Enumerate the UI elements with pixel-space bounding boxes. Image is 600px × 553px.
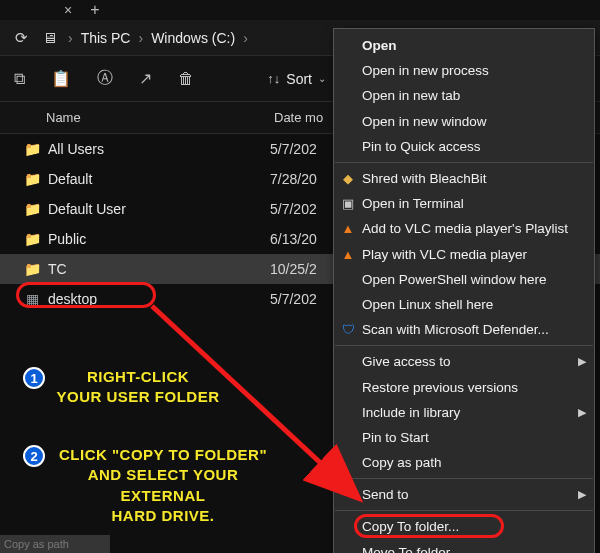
copy-icon[interactable]: ⧉	[14, 70, 25, 88]
menu-item-label: Open	[362, 38, 397, 53]
paste-icon[interactable]: 📋	[51, 69, 71, 88]
file-date: 6/13/20	[270, 231, 317, 247]
menu-item[interactable]: Send to▶	[334, 482, 594, 507]
menu-item[interactable]: 🛡Scan with Microsoft Defender...	[334, 317, 594, 342]
menu-item[interactable]: Restore previous versions	[334, 374, 594, 399]
submenu-arrow-icon: ▶	[578, 355, 586, 368]
sort-label: Sort	[286, 71, 312, 87]
vlc-icon: ▲	[339, 221, 357, 236]
terminal-icon: ▣	[339, 196, 357, 211]
menu-item-label: Copy as path	[362, 455, 442, 470]
sort-arrows-icon: ↑↓	[267, 71, 280, 86]
breadcrumb[interactable]: › This PC › Windows (C:) ›	[68, 30, 248, 46]
menu-item[interactable]: Copy To folder...	[334, 514, 594, 539]
menu-item[interactable]: Copy as path	[334, 450, 594, 475]
file-name: desktop	[48, 291, 270, 307]
bleachbit-icon: ◆	[339, 171, 357, 186]
menu-item[interactable]: Include in library▶	[334, 400, 594, 425]
menu-item-label: Open in new window	[362, 114, 487, 129]
vlc-icon: ▲	[339, 247, 357, 262]
menu-separator	[335, 162, 593, 163]
status-bar-hint: Copy as path	[0, 535, 110, 553]
file-date: 10/25/2	[270, 261, 317, 277]
menu-item-label: Scan with Microsoft Defender...	[362, 322, 549, 337]
context-menu: OpenOpen in new processOpen in new tabOp…	[333, 28, 595, 553]
shield-icon: 🛡	[339, 322, 357, 337]
folder-shortcut-icon: 📁	[22, 201, 42, 217]
menu-item-label: Include in library	[362, 405, 460, 420]
tab-strip: × +	[0, 0, 600, 20]
menu-item[interactable]: Open in new process	[334, 58, 594, 83]
menu-item-label: Send to	[362, 487, 409, 502]
annotation-text-1: Right-clickyour user folder	[48, 367, 228, 408]
menu-item-label: Open in Terminal	[362, 196, 464, 211]
menu-item[interactable]: ◆Shred with BleachBit	[334, 166, 594, 191]
menu-item[interactable]: ▲Add to VLC media player's Playlist	[334, 216, 594, 241]
file-date: 5/7/202	[270, 201, 317, 217]
menu-item[interactable]: Open in new tab	[334, 83, 594, 108]
menu-item[interactable]: Open	[334, 33, 594, 58]
menu-item-label: Open Linux shell here	[362, 297, 493, 312]
chevron-down-icon: ⌄	[318, 73, 326, 84]
menu-item-label: Pin to Quick access	[362, 139, 481, 154]
menu-item[interactable]: Open PowerShell window here	[334, 267, 594, 292]
menu-item-label: Copy To folder...	[362, 519, 459, 534]
sort-button[interactable]: ↑↓ Sort ⌄	[267, 71, 326, 87]
submenu-arrow-icon: ▶	[578, 488, 586, 501]
menu-item-label: Open in new tab	[362, 88, 460, 103]
menu-item-label: Give access to	[362, 354, 451, 369]
file-name: TC	[48, 261, 270, 277]
menu-separator	[335, 345, 593, 346]
file-date: 5/7/202	[270, 141, 317, 157]
menu-item[interactable]: Pin to Start	[334, 425, 594, 450]
menu-item[interactable]: Give access to▶	[334, 349, 594, 374]
column-header-name[interactable]: Name	[0, 110, 270, 125]
menu-separator	[335, 510, 593, 511]
menu-item-label: Move To folder...	[362, 545, 461, 553]
file-date: 7/28/20	[270, 171, 317, 187]
menu-item-label: Play with VLC media player	[362, 247, 527, 262]
file-icon: ▦	[22, 291, 42, 307]
menu-item[interactable]: ▣Open in Terminal	[334, 191, 594, 216]
menu-item[interactable]: Pin to Quick access	[334, 134, 594, 159]
menu-item-label: Open PowerShell window here	[362, 272, 547, 287]
menu-separator	[335, 478, 593, 479]
new-tab-icon[interactable]: +	[90, 1, 99, 19]
menu-item[interactable]: ▲Play with VLC media player	[334, 242, 594, 267]
rename-icon[interactable]: Ⓐ	[97, 68, 113, 89]
menu-item-label: Add to VLC media player's Playlist	[362, 221, 568, 236]
menu-item-label: Open in new process	[362, 63, 489, 78]
submenu-arrow-icon: ▶	[578, 406, 586, 419]
menu-item[interactable]: Open Linux shell here	[334, 292, 594, 317]
menu-item[interactable]: Move To folder...	[334, 540, 594, 553]
delete-icon[interactable]: 🗑	[178, 70, 194, 88]
share-icon[interactable]: ↗	[139, 69, 152, 88]
menu-item-label: Pin to Start	[362, 430, 429, 445]
folder-icon: 📁	[22, 261, 42, 277]
menu-item-label: Restore previous versions	[362, 380, 518, 395]
file-name: Default	[48, 171, 270, 187]
breadcrumb-this-pc[interactable]: This PC	[81, 30, 131, 46]
file-date: 5/7/202	[270, 291, 317, 307]
file-name: Public	[48, 231, 270, 247]
folder-shortcut-icon: 📁	[22, 141, 42, 157]
folder-icon: 📁	[22, 171, 42, 187]
file-name: All Users	[48, 141, 270, 157]
menu-item[interactable]: Open in new window	[334, 109, 594, 134]
monitor-icon[interactable]: 🖥	[40, 29, 58, 46]
annotation-badge-1: 1	[23, 367, 45, 389]
tab-close-icon[interactable]: ×	[64, 2, 72, 18]
annotation-badge-2: 2	[23, 445, 45, 467]
annotation-text-2: Click "Copy to Folder"and select your ex…	[44, 445, 282, 526]
menu-item-label: Shred with BleachBit	[362, 171, 487, 186]
folder-icon: 📁	[22, 231, 42, 247]
file-name: Default User	[48, 201, 270, 217]
refresh-icon[interactable]: ⟳	[12, 29, 30, 47]
breadcrumb-drive-c[interactable]: Windows (C:)	[151, 30, 235, 46]
